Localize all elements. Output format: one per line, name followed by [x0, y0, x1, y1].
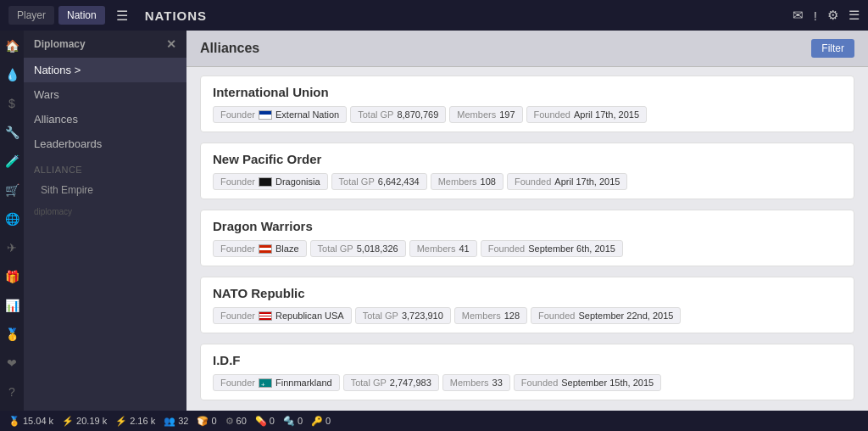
alliance-name: I.D.F: [213, 353, 842, 367]
nav-heart-icon[interactable]: ❤: [7, 356, 17, 370]
content-header: Alliances Filter: [186, 31, 868, 67]
founder-badge: Founder Blaze: [213, 240, 307, 257]
alliance-name: NATO Republic: [213, 286, 842, 300]
alliance-name: International Union: [213, 85, 842, 99]
sidebar-section-header: Diplomacy ✕: [24, 31, 186, 58]
alliance-group-label: Alliance: [24, 156, 186, 178]
total-gp-badge: Total GP 8,870,769: [350, 106, 446, 123]
nav-home-icon[interactable]: 🏠: [5, 39, 19, 53]
nav-tools-icon[interactable]: 🔧: [5, 126, 19, 139]
nation-button[interactable]: Nation: [58, 6, 105, 25]
filter-button[interactable]: Filter: [811, 39, 854, 58]
bottom-stat: ⚙60: [225, 416, 247, 427]
nav-question-icon[interactable]: ?: [8, 385, 15, 399]
stat-icon: ⚡: [62, 416, 74, 427]
bottom-stat: 🏅15.04 k: [8, 416, 53, 427]
founder-badge: Founder Dragonisia: [213, 173, 328, 190]
alliance-stats: Founder Dragonisia Total GP 6,642,434 Me…: [213, 173, 842, 190]
founded-badge: Founded April 17th, 2015: [507, 173, 628, 190]
alliances-list: International Union Founder External Nat…: [186, 67, 868, 411]
nav-gift-icon[interactable]: 🎁: [5, 270, 19, 283]
alliance-card[interactable]: Dragon Warriors Founder Blaze Total GP 5…: [200, 210, 854, 266]
sidebar-bottom-text: diplomacy: [24, 202, 186, 221]
bottom-stat: 💊0: [255, 416, 275, 427]
alliance-stats: Founder Republican USA Total GP 3,723,91…: [213, 307, 842, 324]
menu-icon[interactable]: ☰: [849, 8, 860, 23]
bottom-stat: 👥32: [164, 416, 188, 427]
members-badge: Members 108: [431, 173, 504, 190]
stat-value: 0: [326, 416, 331, 426]
sidebar-section-title: Diplomacy: [34, 38, 86, 50]
player-button[interactable]: Player: [8, 6, 54, 25]
members-badge: Members 33: [442, 374, 510, 391]
stat-icon: 🍞: [197, 416, 209, 427]
stat-icon: 🔩: [283, 416, 295, 427]
founder-badge: Founder Republican USA: [213, 307, 352, 324]
total-gp-badge: Total GP 2,747,983: [343, 374, 439, 391]
bottom-stat: 🔑0: [311, 416, 331, 427]
alliance-card[interactable]: International Union Founder External Nat…: [200, 76, 854, 132]
alliance-card[interactable]: I.D.F Founder + Finnmarkland Total GP 2,…: [200, 344, 854, 400]
nav-medal-icon[interactable]: 🥇: [5, 327, 19, 341]
topbar-right: ✉ ! ⚙ ☰: [793, 8, 860, 23]
mail-icon[interactable]: ✉: [793, 8, 804, 23]
nav-money-icon[interactable]: $: [8, 97, 15, 110]
stat-value: 0: [270, 416, 275, 426]
stat-icon: 🏅: [8, 416, 20, 427]
alliance-card[interactable]: NATO Republic Founder Republican USA Tot…: [200, 277, 854, 333]
members-badge: Members 197: [449, 106, 522, 123]
sidebar-item-nations[interactable]: Nations >: [24, 58, 186, 82]
nav-science-icon[interactable]: 🧪: [5, 154, 19, 168]
bottom-stat: 🍞0: [197, 416, 216, 427]
sidebar-item-leaderboards[interactable]: Leaderboards: [24, 132, 186, 156]
total-gp-badge: Total GP 5,018,326: [310, 240, 406, 257]
content-area: Alliances Filter International Union Fou…: [186, 31, 868, 411]
sidebar-close-icon[interactable]: ✕: [166, 37, 176, 51]
stat-value: 0: [298, 416, 303, 426]
sidebar-item-sith-empire[interactable]: Sith Empire: [24, 178, 186, 202]
page-title: NATIONS: [145, 8, 207, 23]
total-gp-badge: Total GP 6,642,434: [331, 173, 427, 190]
hamburger-icon[interactable]: ☰: [116, 8, 128, 24]
stat-icon: 🔑: [311, 416, 323, 427]
founded-badge: Founded September 6th, 2015: [481, 240, 623, 257]
members-badge: Members 128: [454, 307, 527, 324]
nav-water-icon[interactable]: 💧: [5, 68, 19, 81]
members-badge: Members 41: [409, 240, 477, 257]
sidebar-content: Diplomacy ✕ Nations > Wars Alliances Lea…: [24, 31, 186, 411]
stat-icon: ⚙: [225, 416, 234, 427]
nav-shop-icon[interactable]: 🛒: [5, 183, 19, 197]
stat-value: 60: [236, 416, 247, 426]
sidebar-item-wars[interactable]: Wars: [24, 82, 186, 107]
alliance-name: Dragon Warriors: [213, 219, 842, 233]
stat-icon: ⚡: [115, 416, 127, 427]
founded-badge: Founded September 15th, 2015: [514, 374, 661, 391]
nav-plane-icon[interactable]: ✈: [7, 241, 17, 255]
alliance-name: New Pacific Order: [213, 152, 842, 166]
founded-badge: Founded April 17th, 2015: [526, 106, 648, 123]
alliance-stats: Founder + Finnmarkland Total GP 2,747,98…: [213, 374, 842, 391]
main-layout: 🏠 💧 $ 🔧 🧪 🛒 🌐 ✈ 🎁 📊 🥇 ❤ ? Diplomacy ✕ Na…: [0, 31, 868, 411]
settings-icon[interactable]: ⚙: [827, 8, 838, 23]
nav-chart-icon[interactable]: 📊: [5, 299, 19, 312]
bottom-stat: ⚡20.19 k: [62, 416, 107, 427]
topbar-left: Player Nation ☰ NATIONS: [8, 6, 207, 25]
alliance-stats: Founder Blaze Total GP 5,018,326 Members…: [213, 240, 842, 257]
alert-icon[interactable]: !: [814, 8, 817, 23]
total-gp-badge: Total GP 3,723,910: [355, 307, 451, 324]
bottom-stat: 🔩0: [283, 416, 303, 427]
stat-value: 20.19 k: [76, 416, 107, 426]
stat-value: 32: [178, 416, 188, 426]
stat-value: 15.04 k: [23, 416, 53, 426]
stat-icon: 💊: [255, 416, 267, 427]
topbar: Player Nation ☰ NATIONS ✉ ! ⚙ ☰: [0, 0, 868, 31]
founded-badge: Founded September 22nd, 2015: [531, 307, 681, 324]
founder-badge: Founder + Finnmarkland: [213, 374, 340, 391]
bottom-stat: ⚡2.16 k: [115, 416, 155, 427]
sidebar-item-alliances[interactable]: Alliances: [24, 107, 186, 132]
sidebar-nav-icons: 🏠 💧 $ 🔧 🧪 🛒 🌐 ✈ 🎁 📊 🥇 ❤ ?: [0, 31, 24, 411]
content-header-title: Alliances: [200, 41, 259, 56]
stat-icon: 👥: [164, 416, 175, 427]
nav-globe-icon[interactable]: 🌐: [5, 212, 19, 226]
alliance-card[interactable]: New Pacific Order Founder Dragonisia Tot…: [200, 143, 854, 199]
